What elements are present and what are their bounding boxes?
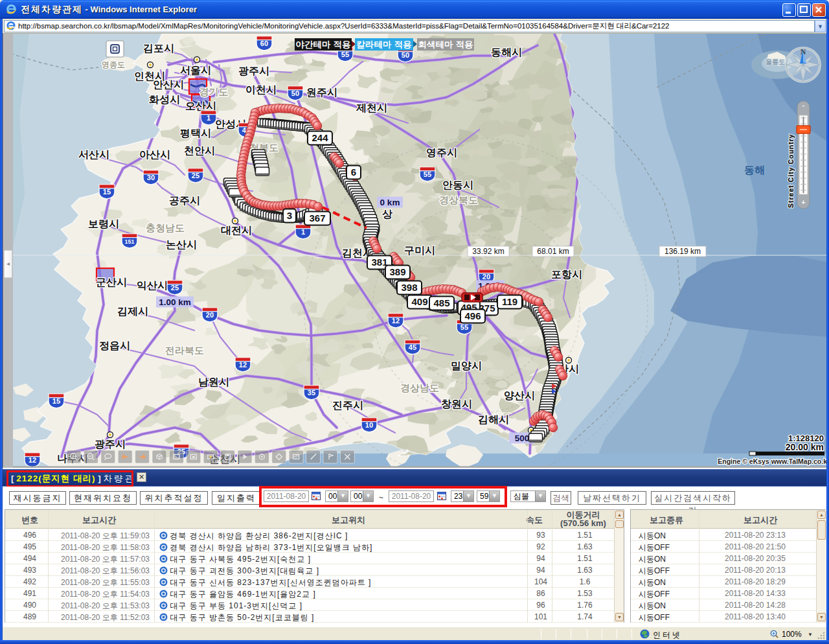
svg-text:대전시: 대전시 bbox=[221, 225, 252, 236]
svg-text:496: 496 bbox=[464, 310, 481, 321]
svg-text:10: 10 bbox=[365, 421, 373, 429]
svg-text:안동시: 안동시 bbox=[442, 179, 473, 190]
svg-text:회색테마 적용: 회색테마 적용 bbox=[418, 40, 473, 49]
svg-text:평택시: 평택시 bbox=[180, 128, 211, 139]
svg-text:244: 244 bbox=[312, 132, 328, 143]
svg-text:50: 50 bbox=[402, 51, 409, 59]
svg-text:1: 1 bbox=[301, 228, 305, 236]
svg-text:12: 12 bbox=[239, 361, 247, 369]
svg-text:55: 55 bbox=[341, 51, 349, 58]
svg-text:남원시: 남원시 bbox=[198, 376, 229, 387]
svg-text:500: 500 bbox=[515, 433, 530, 443]
svg-text:밀양시: 밀양시 bbox=[451, 360, 482, 371]
svg-text:진주시: 진주시 bbox=[332, 400, 363, 411]
svg-text:야간테마 적용: 야간테마 적용 bbox=[295, 40, 351, 49]
svg-text:20.00 km: 20.00 km bbox=[786, 442, 824, 452]
svg-text:20: 20 bbox=[206, 311, 214, 319]
svg-text:30: 30 bbox=[147, 174, 155, 181]
svg-text:0 km: 0 km bbox=[380, 198, 400, 207]
svg-text:389: 389 bbox=[389, 266, 405, 277]
svg-text:광주시: 광주시 bbox=[238, 65, 269, 76]
svg-text:아산시: 아산시 bbox=[139, 149, 170, 160]
svg-text:12: 12 bbox=[28, 456, 36, 464]
svg-text:485: 485 bbox=[433, 297, 449, 308]
svg-text:+: + bbox=[802, 199, 806, 206]
svg-text:136.19 km: 136.19 km bbox=[664, 247, 701, 256]
svg-text:김제시: 김제시 bbox=[117, 306, 148, 317]
svg-text:양산시: 양산시 bbox=[504, 390, 535, 401]
svg-text:오산시: 오산시 bbox=[185, 100, 216, 111]
svg-text:151: 151 bbox=[125, 238, 135, 245]
svg-text:25: 25 bbox=[171, 284, 179, 292]
svg-text:409: 409 bbox=[411, 296, 427, 307]
svg-text:398: 398 bbox=[401, 282, 417, 293]
svg-text:Street City Country: Street City Country bbox=[787, 133, 795, 208]
svg-text:경상북도: 경상북도 bbox=[439, 194, 478, 205]
svg-text:60: 60 bbox=[260, 40, 268, 47]
svg-text:50: 50 bbox=[291, 89, 299, 97]
svg-text:논산시: 논산시 bbox=[166, 239, 197, 250]
svg-text:1.00 km: 1.00 km bbox=[159, 297, 191, 307]
svg-text:동해: 동해 bbox=[744, 165, 765, 176]
svg-text:15: 15 bbox=[52, 397, 60, 405]
svg-text:공주시: 공주시 bbox=[169, 195, 200, 206]
svg-text:천안시: 천안시 bbox=[184, 145, 215, 156]
svg-text:원주시: 원주시 bbox=[306, 87, 337, 98]
svg-text:367: 367 bbox=[309, 213, 325, 224]
svg-text:구미시: 구미시 bbox=[404, 245, 435, 256]
svg-text:6: 6 bbox=[351, 167, 356, 178]
svg-text:-: - bbox=[802, 102, 804, 109]
svg-text:포항시: 포항시 bbox=[551, 269, 582, 280]
svg-text:충청남도: 충청남도 bbox=[146, 222, 185, 233]
svg-text:보령시: 보령시 bbox=[88, 218, 119, 229]
svg-text:제천시: 제천시 bbox=[356, 102, 387, 113]
svg-text:55: 55 bbox=[424, 170, 431, 178]
svg-text:381: 381 bbox=[371, 257, 387, 268]
svg-text:119: 119 bbox=[502, 296, 517, 307]
svg-text:25: 25 bbox=[192, 172, 199, 179]
svg-text:김해시: 김해시 bbox=[478, 414, 509, 425]
svg-text:Engine © eKsys www.TalMap.co.k: Engine © eKsys www.TalMap.co.k bbox=[718, 457, 827, 465]
svg-text:영주시: 영주시 bbox=[426, 147, 457, 158]
svg-text:45: 45 bbox=[409, 343, 416, 351]
svg-text:33.92 km: 33.92 km bbox=[472, 247, 504, 256]
svg-text:김포시: 김포시 bbox=[143, 43, 174, 54]
svg-text:68.01 km: 68.01 km bbox=[537, 247, 569, 256]
svg-text:N: N bbox=[801, 47, 806, 56]
svg-text:칼라테마 적용: 칼라테마 적용 bbox=[356, 40, 412, 49]
svg-text:15: 15 bbox=[103, 188, 111, 196]
svg-text:20: 20 bbox=[483, 273, 490, 281]
svg-text:서산시: 서산시 bbox=[78, 149, 109, 160]
svg-text:창원시: 창원시 bbox=[441, 398, 472, 409]
svg-text:전라북도: 전라북도 bbox=[165, 345, 204, 356]
svg-text:상: 상 bbox=[382, 209, 392, 220]
svg-text:광주시: 광주시 bbox=[95, 439, 126, 450]
svg-text:이천시: 이천시 bbox=[245, 84, 277, 95]
svg-text:군산시: 군산시 bbox=[96, 277, 127, 288]
svg-text:3: 3 bbox=[287, 210, 292, 221]
svg-text:12: 12 bbox=[392, 317, 400, 325]
svg-text:익산시: 익산시 bbox=[137, 280, 168, 291]
svg-text:동해시: 동해시 bbox=[491, 47, 522, 58]
svg-text:경기도: 경기도 bbox=[199, 86, 229, 97]
svg-text:1: 1 bbox=[207, 114, 210, 122]
svg-text:정읍시: 정읍시 bbox=[99, 340, 130, 351]
svg-text:35: 35 bbox=[308, 389, 315, 397]
svg-text:안산시: 안산시 bbox=[153, 79, 184, 90]
svg-text:55: 55 bbox=[460, 323, 468, 331]
svg-text:영종도: 영종도 bbox=[102, 60, 125, 69]
svg-text:경상남도: 경상남도 bbox=[400, 382, 439, 393]
svg-text:울릉도: 울릉도 bbox=[766, 58, 785, 65]
svg-text:서울시: 서울시 bbox=[180, 65, 211, 76]
svg-text:화성시: 화성시 bbox=[149, 94, 180, 105]
